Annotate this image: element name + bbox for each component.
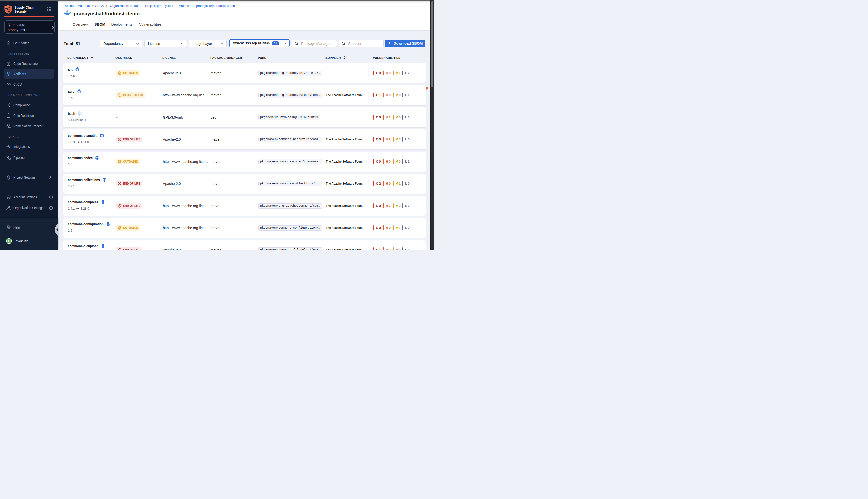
svg-text:?: ? [8,226,9,228]
